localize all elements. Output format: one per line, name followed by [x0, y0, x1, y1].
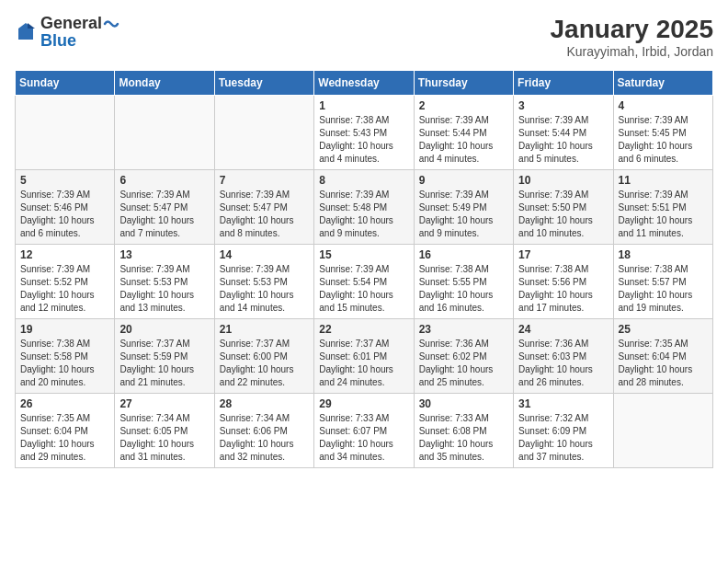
day-number: 1 — [319, 99, 408, 112]
day-number: 30 — [419, 397, 508, 410]
day-number: 8 — [319, 174, 408, 187]
day-number: 4 — [619, 99, 708, 112]
week-row-1: 1Sunrise: 7:38 AMSunset: 5:43 PMDaylight… — [16, 96, 713, 170]
day-number: 9 — [419, 174, 508, 187]
logo-blue: Blue — [40, 31, 76, 50]
day-number: 17 — [518, 248, 608, 261]
day-number: 28 — [220, 397, 309, 410]
day-number: 25 — [619, 323, 708, 336]
cell-text: Sunrise: 7:33 AMSunset: 6:07 PMDaylight:… — [319, 413, 393, 462]
cell-text: Sunrise: 7:38 AMSunset: 5:57 PMDaylight:… — [619, 264, 693, 313]
day-number: 10 — [518, 174, 608, 187]
calendar-cell: 6Sunrise: 7:39 AMSunset: 5:47 PMDaylight… — [115, 170, 214, 245]
logo: General Blue — [15, 15, 119, 50]
day-number: 13 — [119, 248, 209, 261]
day-number: 6 — [119, 174, 209, 187]
day-header-tuesday: Tuesday — [214, 71, 313, 96]
day-number: 11 — [619, 174, 708, 187]
cell-text: Sunrise: 7:32 AMSunset: 6:09 PMDaylight:… — [518, 413, 593, 462]
calendar-cell: 8Sunrise: 7:39 AMSunset: 5:48 PMDaylight… — [314, 170, 414, 245]
calendar-title: January 2025 — [551, 15, 713, 44]
cell-text: Sunrise: 7:37 AMSunset: 6:00 PMDaylight:… — [220, 339, 294, 387]
calendar-cell: 18Sunrise: 7:38 AMSunset: 5:57 PMDayligh… — [613, 245, 712, 319]
day-number: 7 — [220, 174, 309, 187]
day-number: 16 — [419, 248, 508, 261]
day-number: 20 — [119, 323, 209, 336]
week-row-2: 5Sunrise: 7:39 AMSunset: 5:46 PMDaylight… — [16, 170, 713, 245]
day-number: 26 — [20, 397, 109, 410]
week-row-3: 12Sunrise: 7:39 AMSunset: 5:52 PMDayligh… — [16, 245, 713, 319]
calendar-cell: 29Sunrise: 7:33 AMSunset: 6:07 PMDayligh… — [314, 394, 414, 468]
cell-text: Sunrise: 7:38 AMSunset: 5:56 PMDaylight:… — [518, 264, 593, 313]
cell-text: Sunrise: 7:38 AMSunset: 5:55 PMDaylight:… — [419, 264, 494, 313]
cell-text: Sunrise: 7:36 AMSunset: 6:02 PMDaylight:… — [419, 339, 494, 387]
calendar-cell: 22Sunrise: 7:37 AMSunset: 6:01 PMDayligh… — [314, 319, 414, 394]
cell-text: Sunrise: 7:37 AMSunset: 6:01 PMDaylight:… — [319, 339, 393, 387]
header-row: SundayMondayTuesdayWednesdayThursdayFrid… — [16, 71, 713, 96]
logo-general: General — [40, 15, 102, 32]
cell-text: Sunrise: 7:35 AMSunset: 6:04 PMDaylight:… — [619, 339, 693, 387]
calendar-cell: 14Sunrise: 7:39 AMSunset: 5:53 PMDayligh… — [214, 245, 313, 319]
header: General Blue January 2025 Kurayyimah, Ir… — [15, 15, 713, 59]
title-area: January 2025 Kurayyimah, Irbid, Jordan — [551, 15, 713, 59]
day-number: 24 — [518, 323, 608, 336]
calendar-cell: 7Sunrise: 7:39 AMSunset: 5:47 PMDaylight… — [214, 170, 313, 245]
cell-text: Sunrise: 7:39 AMSunset: 5:50 PMDaylight:… — [518, 190, 593, 238]
day-number: 15 — [319, 248, 408, 261]
cell-text: Sunrise: 7:39 AMSunset: 5:46 PMDaylight:… — [20, 190, 95, 238]
day-header-sunday: Sunday — [16, 71, 115, 96]
day-number: 21 — [220, 323, 309, 336]
calendar-cell: 24Sunrise: 7:36 AMSunset: 6:03 PMDayligh… — [514, 319, 613, 394]
calendar-cell — [214, 96, 313, 170]
calendar-cell: 5Sunrise: 7:39 AMSunset: 5:46 PMDaylight… — [16, 170, 115, 245]
calendar-cell: 19Sunrise: 7:38 AMSunset: 5:58 PMDayligh… — [16, 319, 115, 394]
cell-text: Sunrise: 7:39 AMSunset: 5:45 PMDaylight:… — [619, 115, 693, 164]
calendar-cell: 9Sunrise: 7:39 AMSunset: 5:49 PMDaylight… — [414, 170, 513, 245]
day-number: 29 — [319, 397, 408, 410]
calendar-cell: 27Sunrise: 7:34 AMSunset: 6:05 PMDayligh… — [115, 394, 214, 468]
calendar-cell: 10Sunrise: 7:39 AMSunset: 5:50 PMDayligh… — [514, 170, 613, 245]
calendar-cell: 30Sunrise: 7:33 AMSunset: 6:08 PMDayligh… — [414, 394, 513, 468]
cell-text: Sunrise: 7:38 AMSunset: 5:43 PMDaylight:… — [319, 115, 393, 164]
cell-text: Sunrise: 7:39 AMSunset: 5:44 PMDaylight:… — [419, 115, 494, 164]
day-header-saturday: Saturday — [613, 71, 712, 96]
cell-text: Sunrise: 7:39 AMSunset: 5:52 PMDaylight:… — [20, 264, 95, 313]
week-row-5: 26Sunrise: 7:35 AMSunset: 6:04 PMDayligh… — [16, 394, 713, 468]
calendar-cell: 17Sunrise: 7:38 AMSunset: 5:56 PMDayligh… — [514, 245, 613, 319]
day-number: 22 — [319, 323, 408, 336]
cell-text: Sunrise: 7:39 AMSunset: 5:53 PMDaylight:… — [220, 264, 294, 313]
day-number: 14 — [220, 248, 309, 261]
day-number: 3 — [518, 99, 608, 112]
cell-text: Sunrise: 7:37 AMSunset: 5:59 PMDaylight:… — [119, 339, 194, 387]
day-header-friday: Friday — [514, 71, 613, 96]
calendar-subtitle: Kurayyimah, Irbid, Jordan — [551, 44, 713, 59]
calendar-cell: 1Sunrise: 7:38 AMSunset: 5:43 PMDaylight… — [314, 96, 414, 170]
day-header-monday: Monday — [115, 71, 214, 96]
cell-text: Sunrise: 7:34 AMSunset: 6:06 PMDaylight:… — [220, 413, 294, 462]
calendar-cell: 31Sunrise: 7:32 AMSunset: 6:09 PMDayligh… — [514, 394, 613, 468]
cell-text: Sunrise: 7:39 AMSunset: 5:53 PMDaylight:… — [119, 264, 194, 313]
calendar-cell — [115, 96, 214, 170]
calendar-cell: 23Sunrise: 7:36 AMSunset: 6:02 PMDayligh… — [414, 319, 513, 394]
cell-text: Sunrise: 7:36 AMSunset: 6:03 PMDaylight:… — [518, 339, 593, 387]
cell-text: Sunrise: 7:39 AMSunset: 5:54 PMDaylight:… — [319, 264, 393, 313]
day-number: 12 — [20, 248, 109, 261]
day-header-thursday: Thursday — [414, 71, 513, 96]
calendar-cell: 28Sunrise: 7:34 AMSunset: 6:06 PMDayligh… — [214, 394, 313, 468]
day-number: 23 — [419, 323, 508, 336]
calendar-cell — [16, 96, 115, 170]
day-header-wednesday: Wednesday — [314, 71, 414, 96]
cell-text: Sunrise: 7:33 AMSunset: 6:08 PMDaylight:… — [419, 413, 494, 462]
calendar-cell: 2Sunrise: 7:39 AMSunset: 5:44 PMDaylight… — [414, 96, 513, 170]
day-number: 5 — [20, 174, 109, 187]
day-number: 31 — [518, 397, 608, 410]
svg-marker-1 — [28, 23, 35, 29]
day-number: 18 — [619, 248, 708, 261]
week-row-4: 19Sunrise: 7:38 AMSunset: 5:58 PMDayligh… — [16, 319, 713, 394]
cell-text: Sunrise: 7:39 AMSunset: 5:49 PMDaylight:… — [419, 190, 494, 238]
cell-text: Sunrise: 7:39 AMSunset: 5:51 PMDaylight:… — [619, 190, 693, 238]
calendar-cell: 4Sunrise: 7:39 AMSunset: 5:45 PMDaylight… — [613, 96, 712, 170]
calendar-cell: 12Sunrise: 7:39 AMSunset: 5:52 PMDayligh… — [16, 245, 115, 319]
calendar-cell: 20Sunrise: 7:37 AMSunset: 5:59 PMDayligh… — [115, 319, 214, 394]
calendar-cell: 16Sunrise: 7:38 AMSunset: 5:55 PMDayligh… — [414, 245, 513, 319]
